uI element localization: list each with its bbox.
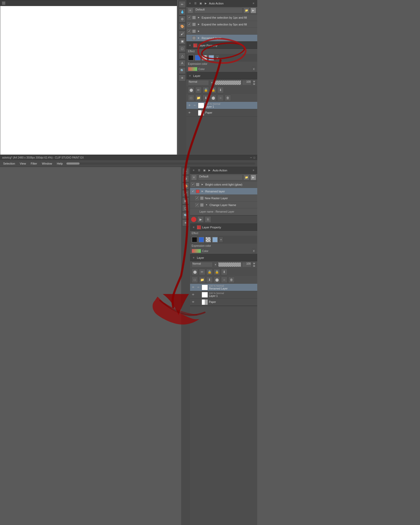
- accent-btn-top[interactable]: ▶: [250, 8, 256, 13]
- opacity-down-bottom[interactable]: ▼: [253, 265, 256, 267]
- layer-circle-btn-bottom[interactable]: ○: [221, 277, 227, 283]
- opacity-input-bottom[interactable]: 100: [242, 262, 251, 267]
- accent-btn-bottom[interactable]: ▶: [250, 175, 256, 180]
- action-check-change[interactable]: [195, 203, 199, 207]
- layer-folder-btn-bottom[interactable]: 🔒: [214, 269, 220, 275]
- layer-link-btn-top[interactable]: 🔒: [203, 87, 209, 93]
- canvas-close-button[interactable]: [2, 1, 6, 5]
- panel-icon2[interactable]: ☰: [193, 1, 197, 6]
- new-layer-btn-bottom[interactable]: □: [192, 277, 198, 283]
- color-icon-b[interactable]: 🎨: [182, 183, 189, 190]
- swatch-checker-top[interactable]: [202, 55, 207, 61]
- layer-merge-btn-bottom[interactable]: ⬇: [221, 269, 227, 275]
- eraser-icon[interactable]: ◻: [179, 45, 186, 52]
- pen-tool-icon[interactable]: ✏: [179, 1, 186, 8]
- layer-pen-btn-bottom[interactable]: ✏: [199, 269, 205, 275]
- layer-pencil-paper-top[interactable]: [193, 111, 197, 115]
- default-select-top[interactable]: Default: [194, 8, 243, 13]
- folder-btn-top[interactable]: 📁: [244, 8, 249, 13]
- layer-row-1-top[interactable]: 👁 ✏ 100 % Normal Layer 1: [186, 102, 257, 109]
- layer-mask-btn-bottom[interactable]: ⬤: [214, 277, 220, 283]
- expr-dropdown-bottom[interactable]: ▼: [252, 249, 256, 253]
- action-check-2[interactable]: [187, 23, 191, 26]
- menu-window[interactable]: Window: [40, 161, 54, 166]
- delete-layer-btn-bottom[interactable]: 🗑: [228, 277, 235, 283]
- swatch-black-top[interactable]: [188, 55, 194, 61]
- panel-icon3-b[interactable]: ▣: [202, 168, 206, 172]
- layer-down-btn-bottom[interactable]: ⬇: [206, 277, 213, 283]
- swatch-checker-bottom[interactable]: [205, 237, 211, 243]
- action-row-3[interactable]: ▶: [186, 28, 257, 35]
- layer-down-btn-top[interactable]: ⬇: [203, 95, 209, 101]
- eyedropper-icon[interactable]: 💧: [179, 8, 186, 15]
- maximize-btn[interactable]: □: [254, 156, 255, 159]
- layer-panel-menu-icon-bottom[interactable]: ≡: [192, 256, 196, 260]
- expr-color-box-bottom[interactable]: [192, 249, 201, 253]
- delete-layer-btn-top[interactable]: 🗑: [225, 95, 231, 101]
- swatch-black-bottom[interactable]: [192, 237, 197, 243]
- menu-view[interactable]: View: [18, 161, 28, 166]
- select-icon[interactable]: ▣: [179, 38, 186, 45]
- action-row-glow[interactable]: ▶ Bright colors emit light (glow): [190, 181, 257, 188]
- layer-link-btn-bottom[interactable]: 🔒: [206, 269, 213, 275]
- asterisk-icon[interactable]: ✳: [179, 75, 186, 81]
- action-row-change-name[interactable]: ▼ Change Layer Name: [190, 202, 257, 208]
- new-layer-btn-top[interactable]: □: [188, 95, 194, 101]
- panel-icon4[interactable]: ▶: [204, 1, 208, 6]
- opacity-stepper-bottom[interactable]: ▲ ▼: [253, 262, 256, 267]
- action-red-btn[interactable]: [191, 217, 196, 222]
- action-check-renamed-top[interactable]: [187, 36, 191, 40]
- opacity-down-top[interactable]: ▼: [253, 83, 256, 85]
- layer-merge-btn-top[interactable]: ⬇: [217, 87, 224, 93]
- action-row-renamed-bottom[interactable]: ▶ Renamed layer: [190, 188, 257, 195]
- panel-close-icon-b[interactable]: ≡: [251, 168, 256, 172]
- scroll-handle[interactable]: [66, 162, 80, 165]
- action-play-1[interactable]: ▶: [197, 16, 201, 19]
- layer-lock-btn-bottom[interactable]: ⬤: [192, 269, 198, 275]
- action-play-3[interactable]: ▶: [197, 29, 201, 33]
- settings-icon-b[interactable]: ⚙: [182, 175, 189, 182]
- swatch-dropdown-bottom[interactable]: ▼: [219, 237, 223, 243]
- action-row-2[interactable]: ▶ Expand the selection by 5px and fill: [186, 21, 257, 28]
- opacity-stepper-top[interactable]: ▲ ▼: [253, 80, 256, 85]
- panel-icon2-b[interactable]: ☰: [197, 168, 201, 172]
- layer-pencil-1-b[interactable]: [196, 293, 201, 297]
- action-play-renamed-top[interactable]: ▶: [197, 36, 201, 40]
- opacity-up-bottom[interactable]: ▲: [253, 262, 256, 265]
- action-check-glow[interactable]: [191, 183, 195, 186]
- action-play-2[interactable]: ▶: [197, 23, 201, 26]
- layer-circle-btn-top[interactable]: ○: [217, 95, 224, 101]
- menu-filter[interactable]: Filter: [29, 161, 39, 166]
- layer-row-paper-top[interactable]: 👁 Paper: [186, 109, 257, 117]
- layer-folder-btn-top[interactable]: 🔒: [210, 87, 216, 93]
- color-icon[interactable]: 🎨: [179, 23, 186, 30]
- canvas-area[interactable]: [0, 6, 177, 155]
- layer-eye-paper-top[interactable]: 👁: [187, 111, 192, 115]
- action-row-renamed-top[interactable]: ▶ Renamed layer: [186, 35, 257, 41]
- action-play-glow[interactable]: ▶: [201, 183, 204, 186]
- action-play-btn-b[interactable]: ▶: [197, 216, 204, 223]
- swatch-lightblue-bottom[interactable]: [212, 237, 218, 243]
- swatch-blue-top[interactable]: [195, 55, 201, 61]
- action-check-1[interactable]: [187, 16, 191, 19]
- blend-select-bottom[interactable]: Normal: [192, 262, 213, 267]
- expr-color-box-top[interactable]: [188, 67, 197, 71]
- action-play-change[interactable]: ▼: [205, 203, 208, 207]
- action-row-1[interactable]: ▶ Expand the selection by 1px and fill: [186, 14, 257, 21]
- toolbar-btn1-b[interactable]: ≡: [191, 175, 197, 180]
- swatch-dropdown-top[interactable]: ▼: [215, 55, 219, 61]
- layer-mask-btn-top[interactable]: ⬤: [210, 95, 216, 101]
- brush-icon-b[interactable]: 🖌: [182, 190, 189, 197]
- new-folder-btn-top[interactable]: 📁: [195, 95, 202, 101]
- action-play-renamed-bottom[interactable]: ▶: [201, 190, 204, 193]
- minimize-btn[interactable]: ─: [250, 156, 252, 159]
- default-select-bottom[interactable]: Default: [198, 175, 243, 180]
- settings-icon[interactable]: ⚙: [179, 16, 186, 23]
- menu-selection[interactable]: Selection: [1, 161, 17, 166]
- opacity-up-top[interactable]: ▲: [253, 80, 256, 83]
- layer-pencil-1-top[interactable]: ✏: [193, 103, 197, 108]
- blend-dropdown-top[interactable]: ▼: [210, 80, 214, 85]
- swatch-blue-bottom[interactable]: [198, 237, 204, 243]
- pen-tool-icon-b[interactable]: ✏: [182, 168, 189, 175]
- layer-pen-btn-top[interactable]: ✏: [195, 87, 202, 93]
